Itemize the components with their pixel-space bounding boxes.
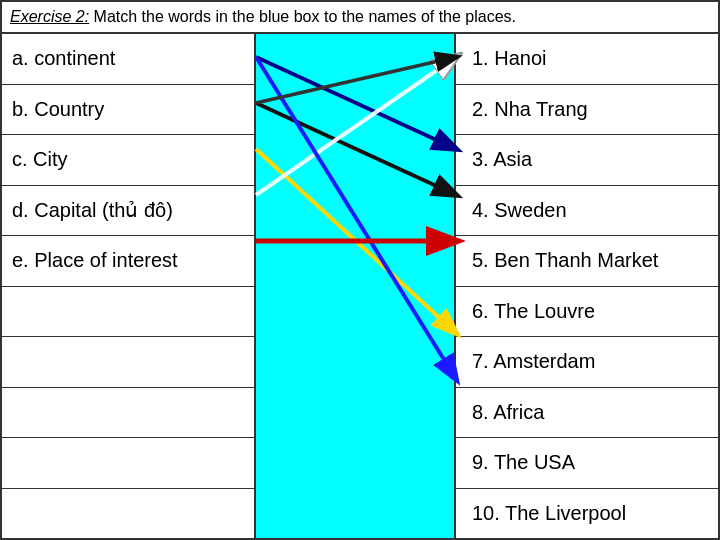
left-item-0: a. continent (2, 34, 254, 85)
blue-box (256, 34, 456, 538)
exercise-label: Exercise 2: (10, 8, 89, 25)
left-item-6 (2, 337, 254, 388)
right-item-5: 6. The Louvre (456, 287, 718, 338)
exercise-header: Exercise 2: Match the words in the blue … (2, 2, 718, 34)
left-item-3: d. Capital (thủ đô) (2, 186, 254, 237)
left-item-4: e. Place of interest (2, 236, 254, 287)
left-item-7 (2, 388, 254, 439)
right-item-9: 10. The Liverpool (456, 489, 718, 539)
right-item-0: 1. Hanoi (456, 34, 718, 85)
left-item-1: b. Country (2, 85, 254, 136)
right-item-1: 2. Nha Trang (456, 85, 718, 136)
left-item-2: c. City (2, 135, 254, 186)
right-item-2: 3. Asia (456, 135, 718, 186)
left-item-5 (2, 287, 254, 338)
right-item-7: 8. Africa (456, 388, 718, 439)
exercise-container: Exercise 2: Match the words in the blue … (0, 0, 720, 540)
left-item-9 (2, 489, 254, 539)
main-area: a. continent b. Country c. City d. Capit… (2, 34, 718, 538)
left-column: a. continent b. Country c. City d. Capit… (2, 34, 256, 538)
right-item-3: 4. Sweden (456, 186, 718, 237)
left-item-8 (2, 438, 254, 489)
right-item-8: 9. The USA (456, 438, 718, 489)
instruction-text: Match the words in the blue box to the n… (89, 8, 516, 25)
right-column: 1. Hanoi 2. Nha Trang 3. Asia 4. Sweden … (456, 34, 718, 538)
right-item-6: 7. Amsterdam (456, 337, 718, 388)
right-item-4: 5. Ben Thanh Market (456, 236, 718, 287)
